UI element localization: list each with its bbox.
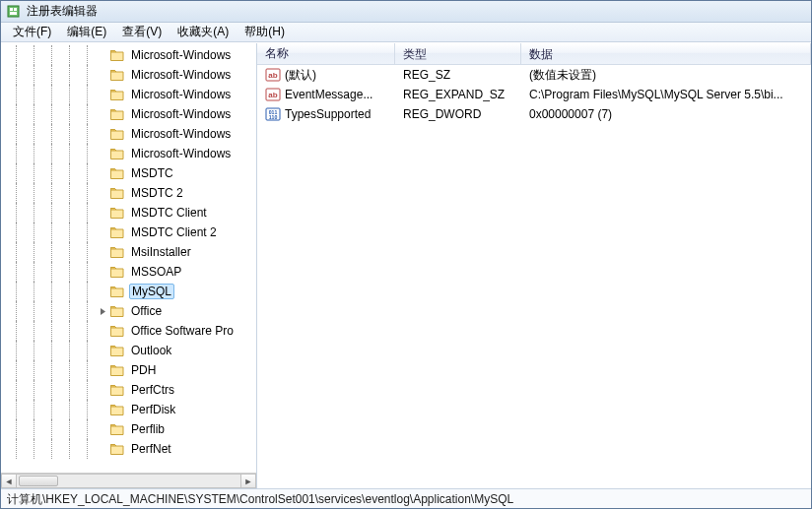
tree-expander: [96, 104, 109, 124]
folder-icon: [109, 264, 125, 280]
tree-item-label: MySQL: [129, 284, 174, 299]
tree-guide: [42, 282, 60, 301]
menu-file[interactable]: 文件(F): [5, 22, 59, 42]
tree-item[interactable]: Office Software Pro: [1, 321, 256, 341]
tree-guide: [78, 400, 96, 419]
tree-guide: [78, 45, 96, 65]
menu-edit[interactable]: 编辑(E): [59, 22, 114, 42]
tree-item[interactable]: MsiInstaller: [1, 242, 256, 262]
value-type: REG_SZ: [395, 68, 521, 82]
tree-expander: [96, 65, 109, 85]
tree-expander[interactable]: [96, 301, 109, 321]
tree-guide: [42, 321, 60, 341]
tree-item[interactable]: MSSOAP: [1, 262, 256, 282]
tree-item[interactable]: Microsoft-Windows: [1, 104, 256, 124]
tree-guide: [7, 301, 25, 321]
value-row[interactable]: ab (默认)REG_SZ(数值未设置): [257, 65, 811, 85]
menu-favorites[interactable]: 收藏夹(A): [169, 22, 237, 42]
tree-guide: [78, 104, 96, 124]
tree-guide: [78, 223, 96, 242]
tree-expander: [96, 242, 109, 262]
tree-item-label: MSDTC Client 2: [129, 224, 219, 240]
menu-view[interactable]: 查看(V): [114, 22, 169, 42]
tree-guide: [60, 163, 78, 183]
tree-guide: [25, 262, 42, 282]
svg-text:ab: ab: [268, 91, 277, 99]
tree-guide: [60, 65, 78, 85]
tree-item[interactable]: Microsoft-Windows: [1, 144, 256, 163]
list-body[interactable]: ab (默认)REG_SZ(数值未设置) ab EventMessage...R…: [257, 65, 811, 488]
tree-guide: [25, 183, 42, 203]
menubar: 文件(F) 编辑(E) 查看(V) 收藏夹(A) 帮助(H): [1, 23, 811, 42]
tree-item[interactable]: Office: [1, 301, 256, 321]
tree-guide: [78, 380, 96, 400]
tree-item[interactable]: Outlook: [1, 341, 256, 360]
col-header-type[interactable]: 类型: [395, 43, 521, 64]
tree-guide: [42, 262, 60, 282]
tree-item-label: MSDTC: [129, 165, 175, 181]
value-name-cell: 011 110 TypesSupported: [257, 106, 395, 122]
tree-guide: [25, 45, 42, 65]
tree-guide: [7, 124, 25, 144]
tree-item[interactable]: MSDTC: [1, 163, 256, 183]
tree-guide: [78, 242, 96, 262]
tree-item[interactable]: MySQL: [1, 282, 256, 301]
tree-guide: [7, 223, 25, 242]
tree-item-label: MSSOAP: [129, 264, 183, 280]
tree-item[interactable]: MSDTC 2: [1, 183, 256, 203]
tree-guide: [42, 400, 60, 419]
tree-guide: [42, 124, 60, 144]
folder-icon: [109, 303, 125, 319]
tree-item[interactable]: Perflib: [1, 419, 256, 439]
scroll-track[interactable]: [17, 474, 240, 488]
scroll-left-button[interactable]: ◄: [1, 474, 17, 488]
tree-item[interactable]: MSDTC Client 2: [1, 223, 256, 242]
scroll-thumb[interactable]: [19, 476, 58, 486]
tree-item[interactable]: Microsoft-Windows: [1, 85, 256, 104]
tree-guide: [7, 262, 25, 282]
folder-icon: [109, 126, 125, 142]
tree-item[interactable]: Microsoft-Windows: [1, 65, 256, 85]
menu-help[interactable]: 帮助(H): [237, 22, 293, 42]
tree-guide: [7, 321, 25, 341]
tree-guide: [42, 183, 60, 203]
tree-item[interactable]: PerfDisk: [1, 400, 256, 419]
value-name-cell: ab (默认): [257, 67, 395, 84]
col-header-data[interactable]: 数据: [521, 43, 811, 64]
tree-guide: [25, 301, 42, 321]
tree-expander: [96, 223, 109, 242]
tree-item[interactable]: PDH: [1, 360, 256, 380]
tree-item[interactable]: Microsoft-Windows: [1, 45, 256, 65]
folder-icon: [109, 441, 125, 457]
tree-expander: [96, 380, 109, 400]
string-value-icon: ab: [265, 67, 281, 83]
tree-guide: [7, 282, 25, 301]
tree-expander: [96, 321, 109, 341]
value-data: 0x00000007 (7): [521, 107, 811, 121]
tree-guide: [78, 419, 96, 439]
content-area: Microsoft-Windows Microsoft-Windows Micr…: [1, 42, 811, 488]
value-type: REG_DWORD: [395, 107, 521, 121]
tree-item-label: MSDTC Client: [129, 205, 209, 221]
tree-guide: [60, 104, 78, 124]
tree-guide: [42, 301, 60, 321]
tree-guide: [78, 163, 96, 183]
tree-guide: [25, 104, 42, 124]
col-header-name[interactable]: 名称: [257, 43, 395, 64]
tree-guide: [42, 85, 60, 104]
value-name: EventMessage...: [285, 88, 372, 101]
tree-item[interactable]: PerfCtrs: [1, 380, 256, 400]
scroll-right-button[interactable]: ►: [240, 474, 256, 488]
tree-guide: [60, 419, 78, 439]
tree-guide: [60, 85, 78, 104]
tree-item[interactable]: MSDTC Client: [1, 203, 256, 223]
tree-item[interactable]: Microsoft-Windows: [1, 124, 256, 144]
app-icon: [7, 5, 21, 19]
tree-guide: [7, 163, 25, 183]
value-row[interactable]: 011 110 TypesSupportedREG_DWORD0x0000000…: [257, 104, 811, 124]
tree-guide: [42, 380, 60, 400]
tree-scroll[interactable]: Microsoft-Windows Microsoft-Windows Micr…: [1, 43, 256, 473]
value-row[interactable]: ab EventMessage...REG_EXPAND_SZC:\Progra…: [257, 85, 811, 104]
tree-item[interactable]: PerfNet: [1, 439, 256, 459]
tree-hscrollbar[interactable]: ◄ ►: [1, 473, 256, 488]
